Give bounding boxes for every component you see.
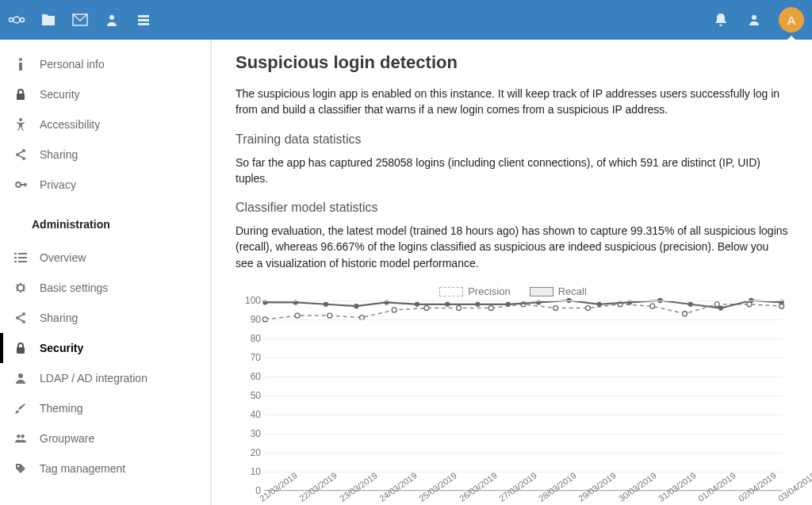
main-content: Suspicious login detection The suspiciou… [212,40,812,505]
sidebar-item-groupware[interactable]: Groupware [0,423,211,453]
y-tick-label: 10 [239,466,261,477]
performance-chart: Precision Recall 0102030405060708090100 … [236,285,791,505]
svg-point-63 [719,306,723,310]
svg-rect-26 [17,347,25,354]
legend-recall: Recall [530,285,587,297]
sidebar-item-label: Accessibility [40,118,100,131]
logo[interactable] [8,11,25,29]
sidebar-item-label: Security [40,88,80,101]
avatar-letter: A [787,13,795,27]
sidebar-item-theming[interactable]: Theming [0,393,211,423]
svg-point-37 [457,306,462,311]
key-icon [14,178,27,191]
svg-rect-21 [14,261,17,262]
y-tick-label: 90 [239,314,261,325]
sidebar-item-label: Theming [40,402,82,415]
svg-point-44 [683,312,688,316]
svg-point-33 [327,313,332,318]
files-icon[interactable] [40,11,57,29]
sidebar: Personal infoSecurityAccessibilitySharin… [0,40,212,505]
contacts-icon[interactable] [103,11,121,29]
svg-point-9 [19,58,22,61]
y-tick-label: 30 [239,428,261,439]
plot-area: 0102030405060708090100 [264,300,783,491]
svg-point-27 [18,373,23,378]
svg-point-43 [650,304,655,308]
svg-rect-6 [138,19,149,21]
y-tick-label: 60 [239,371,261,382]
topbar-left [8,11,152,29]
sidebar-item-label: Sharing [40,148,78,161]
y-tick-label: 100 [239,295,261,306]
training-header: Training data statistics [236,132,788,147]
app-icon[interactable] [135,11,152,29]
y-tick-label: 50 [239,390,261,401]
svg-rect-7 [138,23,149,25]
svg-rect-20 [18,257,27,258]
topbar-right: A [712,7,804,33]
svg-point-54 [446,302,450,306]
user-menu-icon[interactable] [745,11,763,29]
sidebar-item-security[interactable]: Security [0,333,211,363]
share-icon [14,312,27,324]
sidebar-admin-header: Administration [0,209,211,239]
svg-point-38 [488,306,493,311]
sidebar-item-accessibility[interactable]: Accessibility [0,109,211,140]
legend-precision: Precision [439,285,510,297]
svg-point-12 [19,118,22,121]
tag-icon [14,462,27,475]
svg-rect-11 [17,94,25,100]
svg-point-0 [10,18,13,22]
sidebar-item-label: Groupware [40,432,94,445]
avatar[interactable]: A [779,7,804,33]
svg-point-2 [21,18,25,22]
sidebar-item-overview[interactable]: Overview [0,243,211,273]
x-axis-labels: 21/03/201922/03/201923/03/201924/03/2019… [264,491,783,505]
svg-point-50 [324,302,327,306]
list-icon [14,251,27,264]
svg-rect-18 [18,253,27,254]
sidebar-item-label: Tag management [40,462,125,475]
sidebar-item-label: Privacy [40,178,76,191]
sidebar-item-tag-management[interactable]: Tag management [0,453,211,484]
sidebar-item-basic-settings[interactable]: Basic settings [0,273,211,303]
svg-point-32 [295,313,300,318]
svg-point-51 [354,304,358,308]
y-tick-label: 20 [239,447,261,458]
info-icon [14,58,27,71]
sidebar-item-label: Overview [40,251,86,264]
page-description: The suspicious login app is enabled on t… [236,86,788,118]
sidebar-item-personal-info[interactable]: Personal info [0,49,211,79]
chart-legend: Precision Recall [236,285,791,297]
sidebar-item-privacy[interactable]: Privacy [0,170,211,200]
sidebar-item-label: Basic settings [40,281,108,294]
accessibility-icon [14,118,27,131]
model-header: Classifier model statistics [236,201,788,215]
lock-icon [14,88,27,101]
sidebar-item-sharing[interactable]: Sharing [0,303,211,333]
notifications-icon[interactable] [712,11,730,29]
sidebar-item-sharing[interactable]: Sharing [0,140,211,170]
brush-icon [14,402,27,415]
mail-icon[interactable] [71,11,89,29]
svg-point-59 [597,302,601,306]
svg-rect-22 [18,261,27,262]
svg-point-55 [476,302,480,306]
svg-point-1 [13,17,20,23]
sidebar-item-label: Personal info [40,58,105,71]
svg-point-28 [17,434,20,438]
training-text: So far the app has captured 258058 login… [236,155,788,187]
container: Personal infoSecurityAccessibilitySharin… [0,40,812,505]
page-title: Suspicious login detection [236,52,788,73]
svg-point-36 [424,306,429,311]
sidebar-item-security[interactable]: Security [0,79,211,109]
user-icon [14,372,27,384]
model-text: During evaluation, the latest model (tra… [236,223,788,271]
svg-point-16 [16,182,21,187]
svg-point-45 [714,302,719,307]
svg-point-29 [21,434,24,438]
sidebar-item-ldap-ad-integration[interactable]: LDAP / AD integration [0,363,211,393]
svg-point-8 [752,15,756,20]
gear-icon [14,281,27,294]
svg-point-41 [585,306,590,311]
